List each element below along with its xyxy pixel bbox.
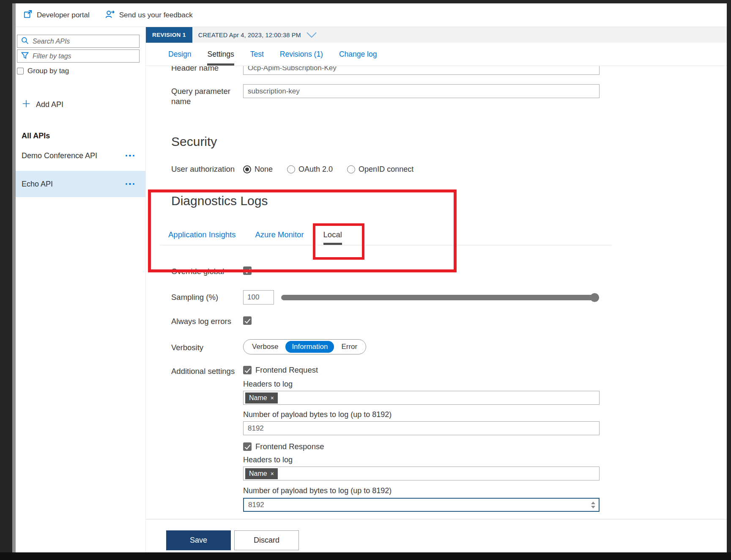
api-sidebar: Group by tag Add API All APIs Demo Confe… xyxy=(16,27,146,552)
payload-bytes-input[interactable] xyxy=(243,498,600,512)
group-by-tag-toggle[interactable]: Group by tag xyxy=(17,67,140,75)
remove-tag-icon[interactable]: × xyxy=(271,395,274,401)
plus-icon xyxy=(22,99,31,110)
spinner-up-icon[interactable] xyxy=(591,502,595,504)
payload-bytes-input[interactable] xyxy=(243,421,600,435)
api-name: Demo Conference API xyxy=(22,151,97,160)
frontend-request-label: Frontend Request xyxy=(255,365,318,375)
form-actions: Save Discard xyxy=(146,519,727,552)
query-param-input[interactable] xyxy=(243,84,600,98)
header-name-input[interactable] xyxy=(243,66,600,75)
context-menu-ellipsis-icon[interactable] xyxy=(126,155,135,157)
developer-portal-label: Developer portal xyxy=(37,11,90,19)
tab-test[interactable]: Test xyxy=(250,50,264,66)
api-list-item-echo[interactable]: Echo API xyxy=(16,171,145,197)
revision-bar: REVISION 1 CREATED Apr 4, 2023, 12:00:38… xyxy=(146,27,727,43)
always-log-errors-label: Always log errors xyxy=(171,316,243,327)
add-api-button[interactable]: Add API xyxy=(22,99,145,110)
revision-badge: REVISION 1 xyxy=(146,27,192,43)
frontend-request-toggle[interactable]: Frontend Request xyxy=(243,365,727,375)
diagnostics-logs-section: Diagnostics Logs Application Insights Az… xyxy=(171,194,625,245)
main-panel: REVISION 1 CREATED Apr 4, 2023, 12:00:38… xyxy=(146,27,727,552)
query-param-label: Query parameter name xyxy=(171,84,243,107)
frontend-response-toggle[interactable]: Frontend Response xyxy=(243,442,727,451)
override-global-checkbox[interactable] xyxy=(243,266,252,275)
chevron-down-icon[interactable] xyxy=(306,32,317,38)
radio-openid[interactable] xyxy=(347,165,355,173)
payload-bytes-field xyxy=(243,498,600,512)
user-authorization-label: User authorization xyxy=(171,164,243,174)
feedback-person-icon xyxy=(105,10,115,21)
verbosity-label: Verbosity xyxy=(171,339,243,354)
headers-to-log-input[interactable]: Name × xyxy=(243,467,600,480)
settings-form: Header name Query parameter name Securit… xyxy=(146,66,727,519)
tab-settings[interactable]: Settings xyxy=(207,50,234,66)
slider-thumb[interactable] xyxy=(590,293,599,302)
spinner-down-icon[interactable] xyxy=(591,506,595,508)
tabs-divider xyxy=(160,245,612,245)
filter-funnel-icon xyxy=(21,51,29,61)
filter-tags-box xyxy=(17,49,140,63)
search-apis-input[interactable] xyxy=(33,38,136,45)
radio-option-none[interactable]: None xyxy=(243,165,273,174)
remove-tag-icon[interactable]: × xyxy=(271,471,274,477)
headers-to-log-label: Headers to log xyxy=(243,456,727,464)
verbosity-segmented-control: Verbose Information Error xyxy=(243,339,366,354)
radio-oauth2[interactable] xyxy=(287,165,295,173)
payload-bytes-label: Number of payload bytes to log (up to 81… xyxy=(243,486,727,495)
screenshot-canvas: Developer portal Send us your feedback xyxy=(0,0,731,560)
radio-option-openid[interactable]: OpenID connect xyxy=(347,165,413,174)
header-name-label: Header name xyxy=(171,66,243,75)
feedback-label: Send us your feedback xyxy=(119,11,193,19)
tab-local[interactable]: Local xyxy=(323,230,342,245)
api-list-item-demo-conference[interactable]: Demo Conference API xyxy=(16,144,145,167)
payload-bytes-field xyxy=(243,421,600,435)
header-tag: Name × xyxy=(245,468,278,479)
tab-revisions[interactable]: Revisions (1) xyxy=(280,50,323,66)
tab-design[interactable]: Design xyxy=(168,50,191,66)
feedback-link[interactable]: Send us your feedback xyxy=(105,10,193,21)
additional-settings-label: Additional settings xyxy=(171,365,243,512)
diagnostics-logs-heading: Diagnostics Logs xyxy=(171,194,625,208)
context-menu-ellipsis-icon[interactable] xyxy=(126,183,135,185)
outer-scrollbar[interactable] xyxy=(12,3,16,552)
verbosity-option-error[interactable]: Error xyxy=(335,341,364,353)
verbosity-option-information[interactable]: Information xyxy=(285,341,334,353)
tab-application-insights[interactable]: Application Insights xyxy=(168,230,235,245)
frontend-response-checkbox[interactable] xyxy=(243,442,252,451)
headers-to-log-label: Headers to log xyxy=(243,380,727,389)
all-apis-heading: All APIs xyxy=(22,132,145,140)
filter-tags-input[interactable] xyxy=(33,52,136,60)
apim-window: Developer portal Send us your feedback xyxy=(16,3,727,552)
sampling-input[interactable] xyxy=(243,290,274,305)
always-log-errors-checkbox[interactable] xyxy=(243,316,252,325)
revision-created-text: CREATED Apr 4, 2023, 12:00:38 PM xyxy=(198,32,301,38)
group-by-tag-checkbox[interactable] xyxy=(17,68,24,74)
search-apis-box xyxy=(17,35,140,48)
top-toolbar: Developer portal Send us your feedback xyxy=(16,3,727,27)
override-global-label: Override global xyxy=(171,266,243,277)
diagnostics-tabbar: Application Insights Azure Monitor Local xyxy=(168,230,625,245)
developer-portal-link[interactable]: Developer portal xyxy=(23,10,90,21)
headers-to-log-input[interactable]: Name × xyxy=(243,391,600,405)
add-api-label: Add API xyxy=(36,100,63,109)
radio-none[interactable] xyxy=(243,165,251,173)
external-link-icon xyxy=(23,10,33,21)
frontend-request-checkbox[interactable] xyxy=(243,366,252,374)
api-tabbar: Design Settings Test Revisions (1) Chang… xyxy=(146,43,727,66)
save-button[interactable]: Save xyxy=(166,530,231,550)
slider-track[interactable] xyxy=(281,295,599,300)
search-icon xyxy=(21,36,29,47)
radio-option-oauth2[interactable]: OAuth 2.0 xyxy=(287,165,333,174)
number-spinner xyxy=(591,498,595,512)
sampling-slider[interactable] xyxy=(281,293,599,302)
tab-change-log[interactable]: Change log xyxy=(339,50,377,66)
sampling-label: Sampling (%) xyxy=(171,290,243,305)
api-name: Echo API xyxy=(22,180,53,189)
verbosity-option-verbose[interactable]: Verbose xyxy=(246,341,285,353)
discard-button[interactable]: Discard xyxy=(234,530,299,550)
group-by-tag-label: Group by tag xyxy=(27,67,69,75)
tab-azure-monitor[interactable]: Azure Monitor xyxy=(255,230,304,245)
security-heading: Security xyxy=(171,135,727,149)
frontend-response-label: Frontend Response xyxy=(255,442,324,451)
